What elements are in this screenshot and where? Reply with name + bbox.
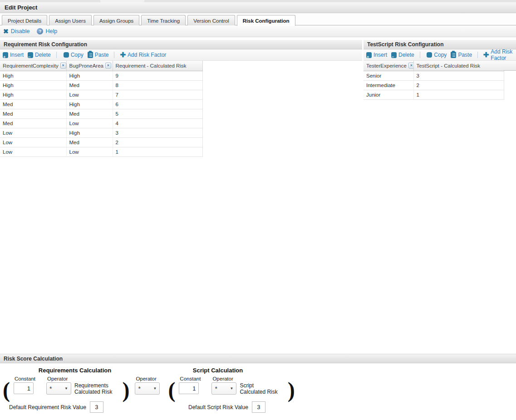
middle-operator-select[interactable]: * ▼ — [135, 382, 160, 395]
table-row: HighMed8 — [0, 80, 202, 90]
cell[interactable]: 2 — [413, 80, 504, 90]
cell[interactable]: 6 — [113, 99, 202, 109]
column-label: Requirement - Calculated Risk — [116, 63, 187, 68]
cell[interactable]: 9 — [113, 71, 202, 80]
default-script-risk-input[interactable] — [252, 401, 265, 413]
insert-button[interactable]: Insert — [3, 52, 24, 58]
copy-button[interactable]: Copy — [425, 52, 447, 58]
requirement-risk-table: RequirementComplexity × BugProneArea × R… — [0, 61, 203, 157]
add-risk-factor-label: Add Risk Factor — [491, 49, 513, 61]
insert-button[interactable]: Insert — [366, 52, 387, 58]
cell[interactable]: Junior — [364, 90, 413, 99]
table-row: LowHigh3 — [0, 128, 202, 137]
table-row: HighLow7 — [0, 90, 202, 99]
add-risk-factor-button[interactable]: ✚ Add Risk Factor — [483, 49, 513, 61]
tab-strip: Project Details Assign Users Assign Grou… — [0, 13, 516, 25]
cell[interactable]: 2 — [113, 137, 202, 147]
cell[interactable]: 7 — [113, 90, 202, 99]
remove-column-button[interactable]: × — [408, 63, 413, 68]
tab-assign-users[interactable]: Assign Users — [49, 15, 92, 25]
delete-button[interactable]: Delete — [391, 52, 414, 58]
cell[interactable]: 5 — [113, 109, 202, 118]
cell[interactable]: Med — [0, 109, 66, 118]
toolbar-separator — [477, 52, 478, 58]
cell[interactable]: Med — [0, 118, 66, 128]
cell[interactable]: Med — [66, 80, 113, 90]
plus-icon: ✚ — [483, 52, 489, 58]
tab-version-control[interactable]: Version Control — [187, 15, 235, 25]
table-row: Intermediate2 — [364, 80, 504, 90]
cell[interactable]: 3 — [113, 128, 202, 137]
toolbar-separator — [56, 52, 57, 58]
default-requirement-risk-input[interactable] — [90, 401, 103, 413]
default-script-risk-label: Default Script Risk Value — [188, 404, 248, 410]
column-header-requirement-calculated-risk[interactable]: Requirement - Calculated Risk — [113, 61, 202, 71]
tab-risk-configuration[interactable]: Risk Configuration — [237, 15, 295, 26]
requirements-constant-input[interactable] — [14, 382, 34, 394]
column-header-requirementcomplexity[interactable]: RequirementComplexity × — [0, 61, 66, 71]
script-calculation-heading: Script Calculation — [175, 367, 261, 374]
remove-column-button[interactable]: × — [105, 63, 111, 68]
header-filler — [504, 61, 516, 71]
requirements-operator-select[interactable]: * ▼ — [46, 382, 71, 395]
cell[interactable]: High — [66, 128, 113, 137]
cell[interactable]: High — [0, 80, 66, 90]
delete-icon — [28, 52, 33, 58]
cell[interactable]: Med — [66, 137, 113, 147]
requirements-operator-field: Operator * ▼ — [46, 376, 71, 395]
cell[interactable]: Low — [66, 147, 113, 156]
remove-column-button[interactable]: × — [60, 63, 66, 68]
paste-button[interactable]: Paste — [88, 52, 109, 58]
table-row: LowLow1 — [0, 147, 202, 156]
cell[interactable]: High — [0, 71, 66, 80]
script-constant-field: Constant — [179, 376, 201, 394]
script-constant-input[interactable] — [179, 382, 199, 394]
table-row: Senior3 — [364, 71, 504, 80]
add-risk-factor-button[interactable]: ✚ Add Risk Factor — [120, 52, 166, 58]
column-header-bugpronearea[interactable]: BugProneArea × — [66, 61, 113, 71]
cell[interactable]: High — [66, 99, 113, 109]
cell[interactable]: Low — [0, 128, 66, 137]
cell[interactable]: Med — [66, 109, 113, 118]
cell[interactable]: High — [0, 90, 66, 99]
cell[interactable]: High — [66, 71, 113, 80]
cell[interactable]: Senior — [364, 71, 413, 80]
tab-project-details[interactable]: Project Details — [2, 15, 47, 25]
tab-time-tracking[interactable]: Time Tracking — [141, 15, 186, 25]
cell[interactable]: 1 — [113, 147, 202, 156]
column-label: BugProneArea — [69, 63, 103, 68]
open-paren: ( — [168, 377, 175, 403]
disable-label: Disable — [11, 28, 30, 34]
table-row: Junior1 — [364, 90, 504, 99]
tab-assign-groups[interactable]: Assign Groups — [93, 15, 139, 25]
cell[interactable]: Low — [0, 147, 66, 156]
cell[interactable]: Low — [0, 137, 66, 147]
cell[interactable]: Intermediate — [364, 80, 413, 90]
cell[interactable]: 3 — [413, 71, 504, 80]
script-calculated-risk-operand: Script Calculated Risk — [240, 382, 277, 395]
column-label: RequirementComplexity — [3, 63, 59, 68]
disable-button[interactable]: ✖ Disable — [3, 28, 29, 34]
cell[interactable]: 1 — [413, 90, 504, 99]
risk-formula: ( Constant Operator * ▼ Requirements Cal… — [3, 376, 295, 403]
column-header-testerexperience[interactable]: TesterExperience × — [364, 61, 413, 71]
copy-button[interactable]: Copy — [62, 52, 84, 58]
paste-button[interactable]: Paste — [451, 52, 472, 58]
cell[interactable]: 4 — [113, 118, 202, 128]
operator-label: Operator — [46, 376, 71, 381]
testscript-panel-toolbar: Insert Delete Copy Paste ✚ Add Risk Fact… — [364, 49, 516, 61]
insert-icon — [366, 52, 372, 58]
default-script-risk-row: Default Script Risk Value — [188, 401, 265, 413]
cell[interactable]: Low — [66, 118, 113, 128]
default-requirement-risk-row: Default Requirement Risk Value — [9, 401, 103, 413]
help-button[interactable]: ? Help — [37, 28, 57, 34]
delete-button[interactable]: Delete — [28, 52, 51, 58]
cell[interactable]: Low — [66, 90, 113, 99]
table-row: HighHigh9 — [0, 71, 202, 80]
chevron-down-icon: ▼ — [153, 386, 157, 391]
table-header-row: TesterExperience × TestScript - Calculat… — [364, 61, 504, 71]
cell[interactable]: Med — [0, 99, 66, 109]
cell[interactable]: 8 — [113, 80, 202, 90]
script-operator-select[interactable]: * ▼ — [211, 382, 236, 395]
column-header-testscript-calculated-risk[interactable]: TestScript - Calculated Risk — [413, 61, 504, 71]
